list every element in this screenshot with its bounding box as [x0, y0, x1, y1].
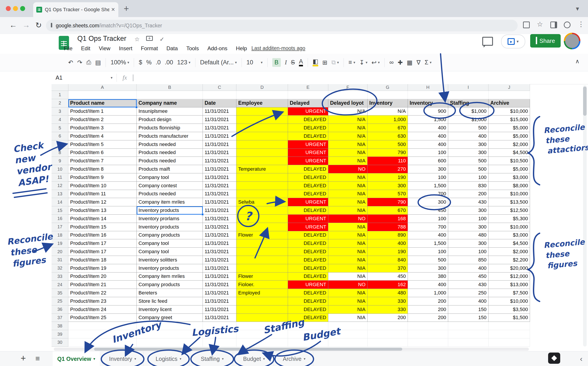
cell-A5[interactable]: Product/IItem 3 [68, 124, 137, 132]
row-header-4[interactable]: 4 [52, 115, 68, 124]
cell-C1[interactable] [203, 91, 236, 99]
cell-A17[interactable]: Product/IItem 15 [68, 223, 137, 231]
cell-A32[interactable]: Product/IItem 19 [68, 264, 137, 273]
cell-A36[interactable]: Product/IItem 24 [68, 305, 137, 314]
cell-A15[interactable]: Product/IItem 13 [68, 206, 137, 215]
row-header-37[interactable]: 37 [52, 314, 68, 322]
sheet-tab-staffing[interactable]: Staffing▾ [192, 351, 233, 366]
cell-A2[interactable]: Product name [68, 99, 137, 107]
cell-J36[interactable]: $3,500 [489, 305, 530, 314]
cell-D20[interactable] [236, 248, 288, 256]
cell-E2[interactable]: Delayed [288, 99, 328, 107]
cell-C17[interactable]: 11/31/2021 [203, 223, 236, 231]
cell-H16[interactable]: 100 [408, 215, 448, 223]
cell-E20[interactable]: DELAYED [288, 248, 328, 256]
cell-I9[interactable]: 500 [448, 157, 489, 165]
column-header-H[interactable]: H [408, 84, 448, 91]
cell-H12[interactable]: 1,500 [408, 182, 448, 190]
cell-B9[interactable]: Products needed [137, 157, 203, 165]
cell-C14[interactable]: 11/31/2021 [203, 198, 236, 206]
cell-A12[interactable]: Product/IItem 10 [68, 182, 137, 190]
row-header-5[interactable]: 5 [52, 124, 68, 132]
cell-H4[interactable]: 1,500 [408, 115, 448, 124]
cell-F15[interactable]: NIA [328, 206, 367, 215]
cell-J17[interactable]: $10,000 [489, 223, 530, 231]
cell-D2[interactable]: Employee [236, 99, 288, 107]
cell-I33[interactable]: 450 [448, 273, 489, 281]
cell-D30[interactable] [236, 338, 288, 347]
cell-E16[interactable]: URGENT [288, 215, 328, 223]
cell-D32[interactable] [236, 264, 288, 273]
cell-B14[interactable]: Company item mriles [137, 198, 203, 206]
cell-I31[interactable]: 850 [448, 256, 489, 264]
cell-F4[interactable]: N/A [328, 115, 367, 124]
cell-J12[interactable]: $8,000 [489, 182, 530, 190]
cell-B8[interactable]: Products needed [137, 149, 203, 157]
cell-B38[interactable] [137, 322, 203, 330]
cell-C13[interactable]: 11/31/2021 [203, 190, 236, 198]
cell-B20[interactable]: Company tool [137, 248, 203, 256]
row-header-16[interactable]: 16 [52, 215, 68, 223]
cell-G24[interactable]: 162 [367, 281, 408, 289]
row-header-20[interactable]: 20 [52, 248, 68, 256]
cell-D37[interactable] [236, 314, 288, 322]
cell-J8[interactable]: $4,500 [489, 149, 530, 157]
cell-I16[interactable]: 100 [448, 215, 489, 223]
cell-J24[interactable]: $13,000 [489, 281, 530, 289]
cell-D35[interactable]: Employed [236, 289, 288, 297]
row-header-18[interactable]: 18 [52, 231, 68, 239]
cell-D16[interactable] [236, 215, 288, 223]
cell-F25[interactable]: NIA [328, 297, 367, 305]
cell-B4[interactable]: Product design [137, 115, 203, 124]
cell-E18[interactable]: DELAYED [288, 231, 328, 239]
cell-B17[interactable]: Inventory products [137, 223, 203, 231]
cell-C16[interactable]: 11/31/2021 [203, 215, 236, 223]
cell-F3[interactable]: N/A [328, 107, 367, 116]
cell-E33[interactable]: DELAYED [288, 273, 328, 281]
cell-C25[interactable]: 11/31/2021 [203, 297, 236, 305]
cell-C36[interactable]: 11/31/2021 [203, 305, 236, 314]
cell-A3[interactable]: Product/IItem 1 [68, 107, 137, 116]
cell-F39[interactable] [328, 330, 367, 338]
cell-D17[interactable] [236, 223, 288, 231]
cell-J39[interactable] [489, 330, 530, 338]
cell-H25[interactable]: 200 [408, 297, 448, 305]
cell-F13[interactable]: NIA [328, 190, 367, 198]
cell-D18[interactable]: Flower [236, 231, 288, 239]
cell-A20[interactable]: Product/IItem 17 [68, 248, 137, 256]
row-header-30[interactable]: 30 [52, 338, 68, 347]
column-header-D[interactable]: D [236, 84, 288, 91]
cell-C33[interactable]: 11/31/2021 [203, 273, 236, 281]
cell-J6[interactable]: $5,000 [489, 132, 530, 140]
cell-I4[interactable]: $1,000 [448, 115, 489, 124]
cell-G8[interactable]: 790 [367, 149, 408, 157]
cell-G6[interactable]: 630 [367, 132, 408, 140]
cell-H5[interactable]: 400 [408, 124, 448, 132]
cell-J35[interactable]: $7,500 [489, 289, 530, 297]
column-header-J[interactable]: J [489, 84, 530, 91]
cell-C5[interactable]: 11/31/2021 [203, 124, 236, 132]
cell-B6[interactable]: Products manufacturer [137, 132, 203, 140]
cell-G2[interactable]: Inventory [367, 99, 408, 107]
cell-A37[interactable]: Product/IItem 25 [68, 314, 137, 322]
cell-E24[interactable]: URGENT [288, 281, 328, 289]
cell-A24[interactable]: Product/IItem 21 [68, 281, 137, 289]
cell-J13[interactable]: $10,000 [489, 190, 530, 198]
cell-G1[interactable] [367, 91, 408, 99]
cell-B36[interactable]: Inventory licent [137, 305, 203, 314]
cell-G14[interactable]: 790 [367, 198, 408, 206]
cell-F19[interactable]: NIA [328, 239, 367, 248]
cell-B39[interactable] [137, 330, 203, 338]
cell-A6[interactable]: Product/IItem 4 [68, 132, 137, 140]
cell-G25[interactable]: 330 [367, 297, 408, 305]
cell-I1[interactable] [448, 91, 489, 99]
cell-G36[interactable]: 330 [367, 305, 408, 314]
cell-D5[interactable] [236, 124, 288, 132]
cell-C19[interactable]: 11/31/2021 [203, 239, 236, 248]
row-header-39[interactable]: 39 [52, 330, 68, 338]
cell-J30[interactable] [489, 338, 530, 347]
row-header-14[interactable]: 14 [52, 198, 68, 206]
cell-A4[interactable]: Product/IItem 2 [68, 115, 137, 124]
cell-I11[interactable]: 100 [448, 173, 489, 182]
cell-H19[interactable]: 1,500 [408, 239, 448, 248]
